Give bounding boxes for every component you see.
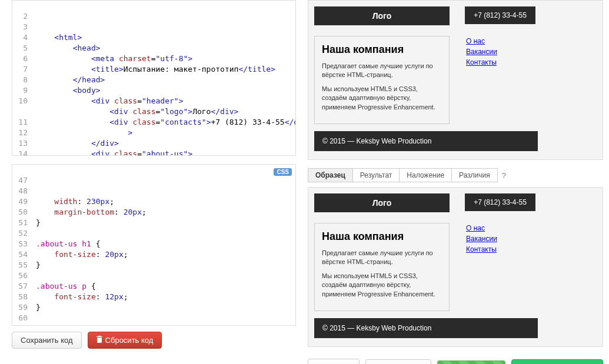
pv-logo: Лого: [314, 6, 450, 25]
pv-about-p2: Мы используем HTML5 и CSS3, создаём адап…: [322, 85, 442, 112]
pv2-menu-link[interactable]: Контакты: [466, 244, 531, 255]
pv-footer: © 2015 — Keksby Web Production: [314, 131, 538, 151]
preview-result: Лого +7 (812) 33-4-55 Наша компания Пред…: [308, 0, 603, 160]
tab-help[interactable]: ?: [502, 171, 506, 180]
left-column: 2345678910 11121314 15 <html> <head> <me…: [0, 0, 296, 364]
css-code-body[interactable]: width: 230px; margin-bottom: 20px;}.abou…: [36, 196, 295, 326]
pv2-menu-link[interactable]: О нас: [466, 223, 531, 233]
pv2-menu: О нас Вакансии Контакты: [466, 223, 531, 255]
pv2-footer: © 2015 — Keksby Web Production: [314, 318, 538, 338]
preview-sample-inner: Лого +7 (812) 33-4-55 Наша компания Пред…: [314, 193, 597, 340]
pv-contacts: +7 (812) 33-4-55: [465, 6, 535, 24]
html-editor[interactable]: 2345678910 11121314 15 <html> <head> <me…: [12, 0, 296, 156]
tab-diff[interactable]: Различия: [451, 168, 498, 182]
tab-result[interactable]: Результат: [352, 168, 400, 182]
pv-about-title: Наша компания: [322, 44, 442, 56]
pv-menu-link[interactable]: Контакты: [466, 57, 531, 68]
theory-button[interactable]: A Теория: [308, 359, 360, 364]
left-buttons: Сохранить код Сбросить код: [0, 332, 296, 349]
pv2-about-p1: Предлагает самые лучшие услуги по вёрстк…: [322, 249, 442, 267]
tab-overlay[interactable]: Наложение: [399, 168, 452, 182]
pv-about-p1: Предлагает самые лучшие услуги по вёрстк…: [322, 62, 442, 80]
preview-sample: Лого +7 (812) 33-4-55 Наша компания Пред…: [308, 187, 603, 347]
pv2-about: Наша компания Предлагает самые лучшие ус…: [314, 223, 450, 311]
css-badge: CSS: [274, 168, 292, 176]
pv-about: Наша компания Предлагает самые лучшие ус…: [314, 36, 450, 124]
html-code[interactable]: 2345678910 11121314 15 <html> <head> <me…: [12, 1, 295, 156]
progress-label: 100%: [438, 361, 505, 364]
check-button[interactable]: Проверить: [365, 359, 431, 365]
pv-menu-link[interactable]: О нас: [466, 36, 531, 46]
trash-icon: [96, 336, 102, 345]
pv2-about-p2: Мы используем HTML5 и CSS3, создаём адап…: [322, 272, 442, 299]
right-buttons: A Теория Проверить 100% Следующее задани…: [308, 355, 603, 364]
right-column: Лого +7 (812) 33-4-55 Наша компания Пред…: [296, 0, 609, 364]
pv2-contacts: +7 (812) 33-4-55: [465, 193, 535, 211]
reset-button-label: Сбросить код: [105, 336, 154, 345]
app-layout: 2345678910 11121314 15 <html> <head> <me…: [0, 0, 609, 364]
html-code-body[interactable]: <html> <head> <meta charset="utf-8"> <ti…: [36, 32, 295, 156]
preview-result-inner: Лого +7 (812) 33-4-55 Наша компания Пред…: [314, 6, 597, 153]
pv-menu: О нас Вакансии Контакты: [466, 36, 531, 68]
pv-menu-link[interactable]: Вакансии: [466, 46, 531, 57]
tabs-bar: Образец Результат Наложение Различия ?: [308, 168, 603, 182]
next-button[interactable]: Следующее задание: [511, 359, 603, 365]
css-code[interactable]: 47484950515253545556575859606162636465 w…: [12, 165, 295, 326]
reset-button[interactable]: Сбросить код: [88, 332, 162, 349]
tab-sample[interactable]: Образец: [308, 168, 353, 182]
css-gutter: 47484950515253545556575859606162636465: [12, 175, 34, 326]
html-gutter: 2345678910 11121314 15: [12, 11, 34, 156]
save-button[interactable]: Сохранить код: [12, 332, 82, 349]
pv2-menu-link[interactable]: Вакансии: [466, 233, 531, 244]
progress-bar: 100%: [437, 360, 505, 364]
css-editor[interactable]: CSS 474849505152535455565758596061626364…: [12, 164, 296, 326]
pv2-about-title: Наша компания: [322, 231, 442, 243]
pv2-logo: Лого: [314, 193, 450, 212]
